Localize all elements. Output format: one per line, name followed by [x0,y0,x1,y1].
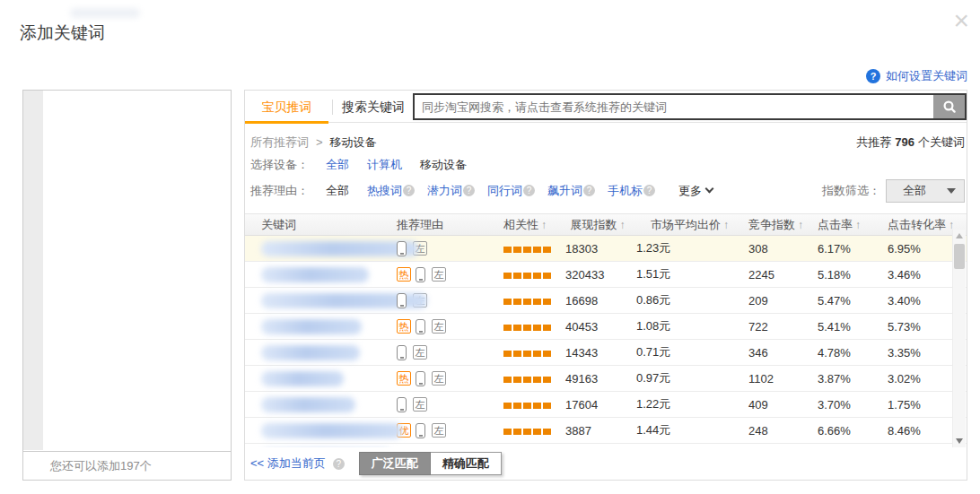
left-badge: 左 [432,319,446,334]
reason-option-potential[interactable]: 潜力词? [427,183,475,199]
reason-badges: 左 [393,344,499,360]
cell-avg-price: 0.97元 [634,370,746,386]
qmark-icon: ? [643,185,655,196]
cell-impressions: 14343 [562,346,634,360]
cell-impressions: 320433 [562,268,634,282]
exact-match-button[interactable]: 精确匹配 [431,452,502,475]
help-question-icon: ? [866,69,880,83]
col-header-avg-price[interactable]: 市场平均出价↑ [634,217,746,233]
col-header-keyword: 关键词 [245,217,393,233]
qmark-icon[interactable]: ? [333,458,345,470]
reason-option-hot-search[interactable]: 热搜词? [367,183,415,199]
left-badge: 左 [413,345,427,360]
reason-option-peer[interactable]: 同行词? [487,183,535,199]
col-header-ctr[interactable]: 点击率↑ [813,217,885,233]
filter-area: 所有推荐词 > 移动设备 共推荐796个关键词 选择设备： 全部 计算机 移动设… [245,123,967,203]
close-icon[interactable]: × [953,7,969,34]
col-header-reason: 推荐理由 [393,217,499,233]
search-button[interactable] [933,95,965,118]
phone-icon [416,267,425,282]
scrollbar-thumb[interactable] [954,244,965,269]
total-keywords-count: 796 [895,135,914,149]
scroll-up-icon[interactable] [956,233,963,238]
dropdown-arrow-icon [947,188,956,194]
cell-competition: 722 [746,320,813,334]
qmark-icon: ? [403,185,415,196]
reason-badges: 热左 [393,370,499,386]
table-row[interactable]: 左 17604 1.22元 409 3.70% 1.75% [245,392,967,418]
cell-ctr: 3.70% [813,398,885,412]
index-filter-value: 全部 [903,183,926,199]
keyword-redacted [261,371,344,386]
remaining-quota-text: 您还可以添加197个 [23,451,231,480]
col-header-relevance[interactable]: 相关性↑ [499,217,562,233]
keyword-search-input[interactable] [415,95,933,118]
left-badge: 左 [432,267,446,282]
how-to-set-keywords-link[interactable]: 如何设置关键词 [886,68,967,84]
sort-asc-icon: ↑ [620,219,626,231]
reason-option-mobile-tag[interactable]: 手机标? [608,183,655,199]
cell-competition: 2245 [746,268,813,282]
device-option-computer[interactable]: 计算机 [367,157,402,173]
cell-impressions: 17604 [562,398,634,412]
breadcrumb-all-words[interactable]: 所有推荐词 [250,134,309,151]
phone-icon [416,423,425,438]
reason-option-rising[interactable]: 飙升词? [547,183,595,199]
cell-impressions: 40453 [562,320,634,334]
index-filter-label: 指数筛选： [822,183,880,199]
col-header-impressions[interactable]: 展现指数↑ [562,217,634,233]
index-filter-dropdown[interactable]: 全部 [886,179,965,203]
cell-competition: 1102 [746,372,813,386]
hot-badge: 热 [397,267,411,282]
reason-badges: 优左 [393,422,499,438]
table-row[interactable]: 热左 40453 1.08元 722 5.41% 5.73% [245,314,967,340]
relevance-bar [503,242,553,256]
cell-impressions: 49163 [562,372,634,386]
table-row[interactable]: 左 16698 0.86元 209 5.47% 3.40% [245,288,967,314]
cell-avg-price: 1.51元 [634,266,746,282]
device-option-all[interactable]: 全部 [326,157,349,173]
table-scrollbar[interactable] [952,230,966,447]
table-row[interactable]: 优左 3887 1.44元 248 6.66% 8.46% [245,418,967,444]
relevance-bar [503,372,553,386]
table-row[interactable]: 左 14343 0.71元 346 4.78% 3.35% [245,340,967,366]
cell-competition: 346 [746,346,813,360]
cell-avg-price: 1.08元 [634,318,746,334]
add-current-page-link[interactable]: << 添加当前页 [250,455,326,472]
scroll-down-icon[interactable] [956,438,963,444]
table-row[interactable]: 热左 320433 1.51元 2245 5.18% 3.46% [245,262,967,288]
relevance-bar [503,346,553,360]
left-badge: 左 [432,371,446,386]
table-body: 左 18303 1.23元 308 6.17% 6.95% 热左 320433 … [245,236,967,456]
col-header-competition[interactable]: 竞争指数↑ [746,217,813,233]
more-filters-link[interactable]: 更多 [678,183,713,199]
match-type-toggle: 广泛匹配 精确匹配 [359,452,502,475]
keyword-redacted [261,241,418,256]
chevron-down-icon [705,185,714,194]
table-row[interactable]: 左 18303 1.23元 308 6.17% 6.95% [245,236,967,262]
relevance-bar [503,424,553,438]
sort-asc-icon: ↑ [798,219,803,231]
broad-match-button[interactable]: 广泛匹配 [359,452,431,475]
keyword-redacted [261,423,402,438]
tab-search-keywords[interactable]: 搜索关键词 [333,91,414,123]
cell-competition: 209 [746,294,813,308]
reason-option-all[interactable]: 全部 [326,183,349,199]
cell-impressions: 3887 [562,424,634,438]
cell-avg-price: 1.44元 [634,422,746,438]
qmark-icon: ? [583,185,595,196]
phone-icon [397,345,407,360]
relevance-bar [503,398,553,412]
sort-asc-icon: ↑ [855,219,861,231]
qmark-icon: ? [523,185,535,196]
device-option-mobile[interactable]: 移动设备 [420,157,467,173]
table-row[interactable]: 热左 49163 0.97元 1102 3.87% 3.02% [245,366,967,392]
hot-badge: 热 [397,371,411,386]
phone-icon [416,319,425,334]
cell-avg-price: 0.71元 [634,344,746,360]
cell-ctr: 6.17% [813,242,885,256]
cell-ctr: 5.41% [813,320,885,334]
active-tab-underline [245,121,328,124]
tab-item-recommend[interactable]: 宝贝推词 [245,91,328,123]
sort-asc-icon: ↑ [541,219,547,231]
